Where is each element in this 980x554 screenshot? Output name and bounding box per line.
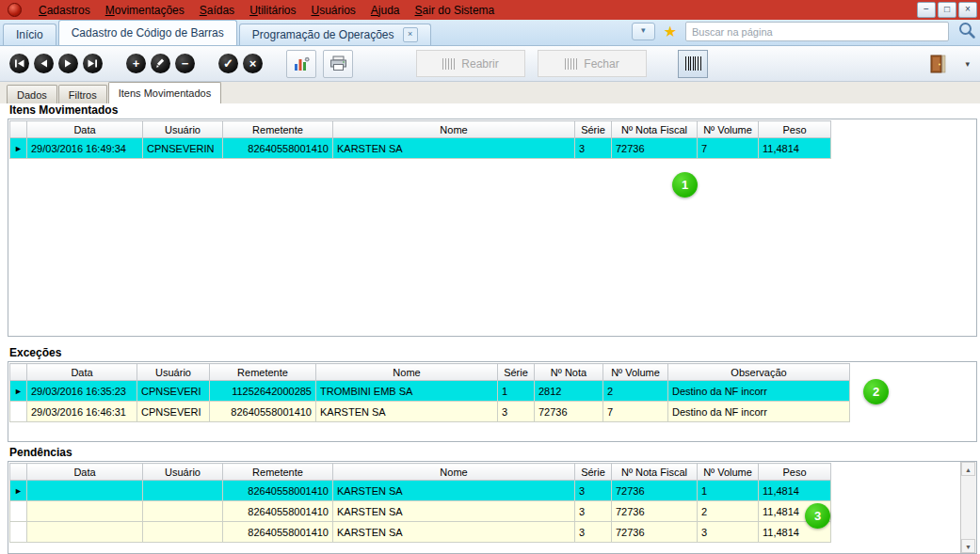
grid-cell[interactable]: CPNSEVERIN xyxy=(143,138,223,159)
column-header-remetente[interactable]: Remetente xyxy=(223,464,333,481)
grid-cell[interactable] xyxy=(143,481,223,501)
column-header-n-volume[interactable]: Nº Volume xyxy=(698,464,759,481)
grid-cell[interactable]: KARSTEN SA xyxy=(333,501,575,522)
grid-cell[interactable]: 3 xyxy=(498,402,535,422)
grid-cell[interactable]: 72736 xyxy=(612,501,698,522)
column-header-nome[interactable]: Nome xyxy=(316,364,498,381)
grid-cell[interactable]: 11252642000285 xyxy=(210,381,316,402)
prev-record-button[interactable] xyxy=(34,54,54,73)
grid-cell[interactable]: 29/03/2016 16:35:23 xyxy=(27,381,137,402)
delete-button[interactable]: − xyxy=(175,54,195,73)
grid-cell[interactable] xyxy=(27,501,143,522)
column-header-data[interactable]: Data xyxy=(27,364,137,381)
table-row[interactable]: ►29/03/2016 16:49:34CPNSEVERIN8264055800… xyxy=(10,138,831,159)
column-header-usu-rio[interactable]: Usuário xyxy=(143,121,223,138)
menu-cadastros[interactable]: Cadastros xyxy=(31,3,98,18)
grid-cell[interactable]: 3 xyxy=(575,501,612,522)
close-button[interactable]: × xyxy=(958,2,977,18)
page-search-input[interactable] xyxy=(685,22,949,41)
restore-button[interactable]: □ xyxy=(938,2,956,18)
chart-button[interactable] xyxy=(286,50,316,78)
grid-cell[interactable]: 29/03/2016 16:49:34 xyxy=(27,138,143,159)
app-icon[interactable] xyxy=(8,3,22,17)
column-header-s-rie[interactable]: Série xyxy=(575,464,612,481)
cancel-button[interactable]: × xyxy=(243,54,263,73)
table-row[interactable]: 29/03/2016 16:46:31CPNSEVERI826405580014… xyxy=(10,402,850,422)
grid-cell[interactable]: 82640558001410 xyxy=(223,501,333,522)
grid-cell[interactable]: TROMBINI EMB SA xyxy=(316,381,498,402)
last-record-button[interactable] xyxy=(83,54,103,73)
table-row[interactable]: ►29/03/2016 16:35:23CPNSEVERI11252642000… xyxy=(10,381,850,402)
grid-cell[interactable]: 82640558001410 xyxy=(210,402,316,422)
column-header-n-volume[interactable]: Nº Volume xyxy=(698,121,759,138)
subtab-dados[interactable]: Dados xyxy=(7,85,57,103)
column-header-peso[interactable]: Peso xyxy=(759,464,831,481)
scroll-down-icon[interactable]: ▼ xyxy=(961,539,975,553)
grid-cell[interactable]: 29/03/2016 16:46:31 xyxy=(27,402,137,422)
menu-movimentacoes[interactable]: Movimentações xyxy=(98,3,192,18)
column-header-s-rie[interactable]: Série xyxy=(498,364,535,381)
grid-cell[interactable]: 7 xyxy=(698,138,759,159)
grid-cell[interactable]: 3 xyxy=(698,522,759,543)
grid-cell[interactable]: 82640558001410 xyxy=(223,481,333,501)
grid-cell[interactable]: Destino da NF incorr xyxy=(668,381,850,402)
grid-cell[interactable]: 82640558001410 xyxy=(223,522,333,543)
menu-usuarios[interactable]: Usuários xyxy=(303,3,362,18)
column-header-peso[interactable]: Peso xyxy=(759,121,831,138)
edit-button[interactable] xyxy=(151,54,170,73)
confirm-button[interactable]: ✓ xyxy=(218,54,238,73)
grid-cell[interactable]: 2812 xyxy=(535,381,603,402)
grid-cell[interactable] xyxy=(143,522,223,543)
column-header-n-volume[interactable]: Nº Volume xyxy=(603,364,668,381)
next-record-button[interactable] xyxy=(58,54,78,73)
column-header-data[interactable]: Data xyxy=(27,464,143,481)
table-row[interactable]: ►82640558001410KARSTEN SA372736111,4814 xyxy=(10,481,831,501)
menu-ajuda[interactable]: Ajuda xyxy=(363,3,408,18)
grid-cell[interactable]: CPNSEVERI xyxy=(137,402,210,422)
column-header-remetente[interactable]: Remetente xyxy=(210,364,316,381)
grid-cell[interactable]: KARSTEN SA xyxy=(333,481,575,501)
subtab-filtros[interactable]: Filtros xyxy=(58,85,107,103)
grid-cell[interactable]: KARSTEN SA xyxy=(316,402,498,422)
favorite-star-icon[interactable]: ★ xyxy=(664,24,677,40)
vertical-scrollbar[interactable]: ▲ ▼ xyxy=(960,462,976,553)
tab-list-dropdown-icon[interactable]: ▾ xyxy=(632,23,655,40)
fechar-button[interactable]: Fechar xyxy=(538,50,647,77)
grid-cell[interactable]: CPNSEVERI xyxy=(137,381,210,402)
grid-cell[interactable]: KARSTEN SA xyxy=(333,138,575,159)
minimize-button[interactable]: − xyxy=(917,2,936,18)
table-row[interactable]: 82640558001410KARSTEN SA372736311,4814 xyxy=(10,522,831,543)
menu-saidas[interactable]: Saídas xyxy=(192,3,242,18)
reabrir-button[interactable]: Reabrir xyxy=(416,50,525,77)
column-header-usu-rio[interactable]: Usuário xyxy=(143,464,223,481)
grid-cell[interactable]: 72736 xyxy=(535,402,603,422)
grid-cell[interactable]: Destino da NF incorr xyxy=(668,402,850,422)
print-button[interactable] xyxy=(323,50,353,78)
grid-cell[interactable]: 82640558001410 xyxy=(223,138,333,159)
tab-programacao-de-operacoes[interactable]: Programação de Operações × xyxy=(239,24,431,45)
column-header-n-nota-fiscal[interactable]: Nº Nota Fiscal xyxy=(612,464,698,481)
grid-cell[interactable]: 3 xyxy=(575,522,612,543)
barcode-button[interactable] xyxy=(678,50,708,78)
grid-cell[interactable] xyxy=(143,501,223,522)
column-header-data[interactable]: Data xyxy=(27,121,143,138)
grid-cell[interactable]: 72736 xyxy=(612,481,698,501)
search-icon[interactable] xyxy=(957,21,976,42)
tab-inicio[interactable]: Início xyxy=(3,24,56,45)
column-header-n-nota-fiscal[interactable]: Nº Nota Fiscal xyxy=(612,121,698,138)
first-record-button[interactable] xyxy=(9,54,29,73)
table-row[interactable]: 82640558001410KARSTEN SA372736211,4814 xyxy=(10,501,831,522)
grid-cell[interactable]: 1 xyxy=(698,481,759,501)
column-header-n-nota[interactable]: Nº Nota xyxy=(535,364,603,381)
column-header-observa-o[interactable]: Observação xyxy=(668,364,850,381)
grid-cell[interactable]: 3 xyxy=(575,481,612,501)
grid-cell[interactable]: KARSTEN SA xyxy=(333,522,575,543)
grid-cell[interactable]: 7 xyxy=(603,402,668,422)
menu-sair-do-sistema[interactable]: Sair do Sistema xyxy=(408,3,503,18)
column-header-nome[interactable]: Nome xyxy=(333,464,575,481)
menu-utilitarios[interactable]: Utilitários xyxy=(242,3,303,18)
column-header-usu-rio[interactable]: Usuário xyxy=(137,364,210,381)
exit-button[interactable] xyxy=(924,51,952,77)
column-header-s-rie[interactable]: Série xyxy=(575,121,612,138)
grid-cell[interactable]: 1 xyxy=(498,381,535,402)
